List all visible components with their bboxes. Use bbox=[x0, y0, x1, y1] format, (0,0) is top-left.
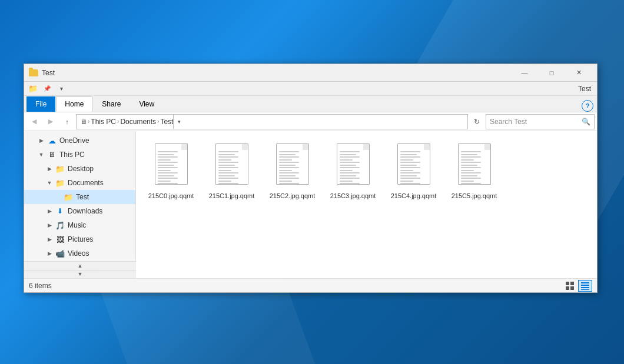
downloads-icon: ⬇ bbox=[55, 206, 65, 216]
expander-videos: ▶ bbox=[45, 249, 54, 258]
status-items-count: 6 items bbox=[29, 282, 563, 290]
file-name: 215C5.jpg.qqmt bbox=[452, 192, 497, 200]
expander-documents: ▼ bbox=[45, 179, 54, 187]
address-bar-row: ◀ ▶ ↑ 🖥 › This PC › Documents › Test ▾ ↻ bbox=[24, 112, 597, 131]
qa-pin-btn[interactable]: 📌 bbox=[41, 83, 54, 95]
title-label-in-toolbar: Test bbox=[575, 85, 595, 93]
file-icon bbox=[395, 143, 433, 189]
svg-rect-2 bbox=[566, 286, 569, 290]
tab-file[interactable]: File bbox=[26, 96, 55, 112]
minimize-button[interactable]: — bbox=[511, 64, 538, 82]
music-icon: 🎵 bbox=[55, 220, 65, 231]
sidebar-item-downloads[interactable]: ▶ ⬇ Downloads bbox=[24, 204, 135, 218]
file-item[interactable]: 215C2.jpg.qqmt bbox=[264, 138, 320, 203]
view-tiles-button[interactable] bbox=[563, 280, 577, 292]
svg-rect-4 bbox=[581, 282, 589, 283]
sidebar-scroll-up[interactable]: ▲ bbox=[24, 261, 136, 269]
ribbon-tabs: File Home Share View ? bbox=[24, 96, 597, 112]
search-box[interactable]: Search Test 🔍 bbox=[486, 114, 595, 129]
quick-access-toolbar: 📁 📌 ▾ Test bbox=[24, 82, 597, 96]
window-title: Test bbox=[42, 69, 511, 77]
sidebar-item-pictures[interactable]: ▶ 🖼 Pictures bbox=[24, 232, 135, 246]
expander-desktop: ▶ bbox=[45, 165, 54, 173]
file-item[interactable]: 215C1.jpg.qqmt bbox=[204, 138, 260, 203]
view-buttons bbox=[563, 280, 592, 292]
maximize-button[interactable]: □ bbox=[538, 64, 565, 82]
address-dropdown[interactable]: ▾ bbox=[173, 114, 185, 129]
file-item[interactable]: 215C0.jpg.qqmt bbox=[143, 138, 199, 203]
qa-folder-icon[interactable]: 📁 bbox=[26, 83, 39, 95]
sidebar-item-test[interactable]: 📁 Test bbox=[24, 190, 135, 204]
file-area: 215C0.jpg.qqmt215C1.jpg.qqmt215C2.jpg.qq… bbox=[136, 131, 597, 278]
file-name: 215C2.jpg.qqmt bbox=[270, 192, 316, 200]
expander-test bbox=[54, 193, 62, 201]
sidebar-item-this-pc[interactable]: ▼ 🖥 This PC bbox=[24, 148, 135, 162]
expander-downloads: ▶ bbox=[45, 207, 54, 215]
sidebar-wrapper: ▶ ☁ OneDrive ▼ 🖥 This PC ▶ 📁 Desktop bbox=[24, 131, 136, 278]
svg-rect-7 bbox=[581, 289, 589, 290]
svg-rect-5 bbox=[581, 285, 589, 286]
svg-rect-1 bbox=[570, 282, 574, 285]
list-icon bbox=[581, 282, 589, 290]
pictures-icon: 🖼 bbox=[55, 234, 65, 245]
address-box[interactable]: 🖥 › This PC › Documents › Test ▾ bbox=[76, 114, 468, 129]
refresh-button[interactable]: ↻ bbox=[469, 114, 484, 129]
file-name: 215C1.jpg.qqmt bbox=[209, 192, 255, 200]
file-icon bbox=[274, 143, 311, 189]
test-folder-icon: 📁 bbox=[63, 192, 74, 202]
file-icon bbox=[456, 143, 493, 189]
desktop-icon: 📁 bbox=[55, 163, 65, 174]
title-bar-folder-icon bbox=[29, 68, 38, 78]
tab-view[interactable]: View bbox=[130, 96, 163, 112]
window-controls: — □ ✕ bbox=[511, 64, 592, 82]
search-icon: 🔍 bbox=[582, 118, 590, 126]
file-name: 215C0.jpg.qqmt bbox=[148, 192, 194, 200]
title-bar: Test — □ ✕ bbox=[24, 64, 597, 82]
qa-dropdown-btn[interactable]: ▾ bbox=[55, 83, 68, 95]
ribbon-help: ? bbox=[578, 100, 597, 112]
expander-this-pc: ▼ bbox=[37, 151, 45, 159]
tab-share[interactable]: Share bbox=[93, 96, 130, 112]
up-button[interactable]: ↑ bbox=[59, 114, 75, 129]
file-name: 215C4.jpg.qqmt bbox=[391, 192, 437, 200]
expander-music: ▶ bbox=[45, 221, 54, 229]
file-icon bbox=[213, 143, 251, 189]
main-area: ▶ ☁ OneDrive ▼ 🖥 This PC ▶ 📁 Desktop bbox=[24, 131, 597, 278]
expander-pictures: ▶ bbox=[45, 235, 54, 243]
sidebar-item-music[interactable]: ▶ 🎵 Music bbox=[24, 218, 135, 232]
file-item[interactable]: 215C5.jpg.qqmt bbox=[446, 138, 502, 203]
file-name: 215C3.jpg.qqmt bbox=[330, 192, 376, 200]
back-button[interactable]: ◀ bbox=[26, 114, 42, 129]
explorer-window: Test — □ ✕ 📁 📌 ▾ Test File Home Share Vi… bbox=[24, 64, 598, 293]
close-button[interactable]: ✕ bbox=[565, 64, 592, 82]
sidebar-scroll-down[interactable]: ▼ bbox=[24, 270, 136, 278]
tab-home[interactable]: Home bbox=[56, 96, 92, 112]
sidebar-item-videos[interactable]: ▶ 📹 Videos bbox=[24, 246, 135, 261]
sidebar-item-onedrive[interactable]: ▶ ☁ OneDrive bbox=[24, 133, 135, 148]
documents-icon: 📁 bbox=[55, 178, 65, 188]
file-item[interactable]: 215C3.jpg.qqmt bbox=[325, 138, 381, 203]
file-grid: 215C0.jpg.qqmt215C1.jpg.qqmt215C2.jpg.qq… bbox=[143, 138, 590, 203]
tiles-icon bbox=[566, 282, 574, 290]
sidebar: ▶ ☁ OneDrive ▼ 🖥 This PC ▶ 📁 Desktop bbox=[24, 131, 136, 261]
forward-button[interactable]: ▶ bbox=[43, 114, 58, 129]
this-pc-icon: 🖥 bbox=[47, 149, 57, 160]
sidebar-item-documents[interactable]: ▼ 📁 Documents bbox=[24, 176, 135, 190]
svg-rect-6 bbox=[581, 287, 589, 288]
svg-rect-0 bbox=[566, 282, 569, 285]
svg-rect-3 bbox=[570, 286, 574, 290]
breadcrumb: 🖥 › This PC › Documents › Test bbox=[80, 118, 173, 126]
status-bar: 6 items bbox=[24, 278, 597, 292]
expander-onedrive: ▶ bbox=[37, 136, 45, 145]
onedrive-icon: ☁ bbox=[47, 135, 57, 146]
file-icon bbox=[152, 143, 190, 189]
sidebar-item-desktop[interactable]: ▶ 📁 Desktop bbox=[24, 162, 135, 176]
view-list-button[interactable] bbox=[578, 280, 592, 292]
videos-icon: 📹 bbox=[55, 248, 65, 259]
file-icon bbox=[334, 143, 372, 189]
help-button[interactable]: ? bbox=[582, 100, 593, 112]
file-item[interactable]: 215C4.jpg.qqmt bbox=[386, 138, 442, 203]
